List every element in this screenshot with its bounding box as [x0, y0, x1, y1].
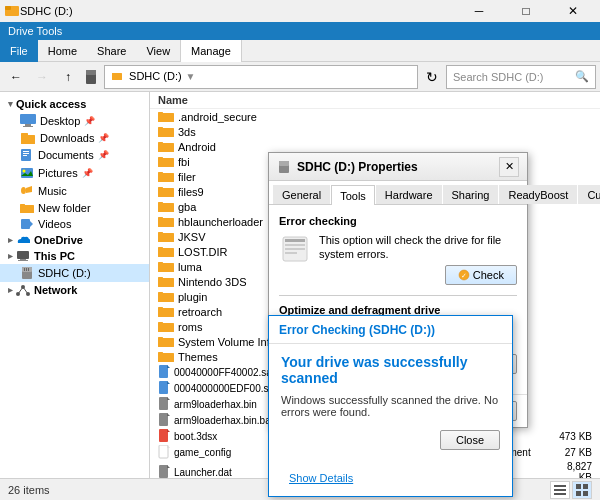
large-icons-icon: [576, 484, 588, 496]
sidebar-item-documents[interactable]: Documents 📌: [0, 146, 149, 164]
svg-rect-44: [158, 173, 174, 182]
folder-icon: [158, 290, 174, 303]
sidebar-item-desktop[interactable]: Desktop 📌: [0, 112, 149, 129]
sidebar-item-music[interactable]: Music: [0, 182, 149, 200]
details-view-button[interactable]: [550, 481, 570, 499]
sidebar-onedrive[interactable]: ▸ OneDrive: [0, 232, 149, 248]
svg-rect-48: [158, 203, 174, 212]
file-name: boot.3dsx: [174, 431, 217, 442]
file-name: 00040000FF40002.sav: [174, 367, 277, 378]
address-arrow: ▼: [186, 71, 196, 82]
folder-icon: [158, 260, 174, 273]
sidebar-item-videos[interactable]: Videos: [0, 216, 149, 232]
file-name: roms: [178, 321, 202, 333]
tab-readyboost[interactable]: ReadyBoost: [499, 185, 577, 204]
folder-icon: [158, 215, 174, 228]
error-dialog-btn-row: Close: [281, 430, 500, 450]
file-name: retroarch: [178, 306, 222, 318]
svg-rect-75: [159, 413, 168, 426]
close-button[interactable]: ✕: [550, 0, 596, 22]
tab-home[interactable]: Home: [38, 40, 87, 62]
svg-rect-38: [158, 128, 174, 137]
folder-icon: [158, 335, 174, 348]
details-view-icon: [554, 484, 566, 496]
folder-icon: [158, 305, 174, 318]
folder-icon: [158, 110, 174, 123]
file-icon: [158, 381, 171, 395]
downloads-pin-icon: 📌: [98, 133, 109, 143]
search-box[interactable]: Search SDHC (D:) 🔍: [446, 65, 596, 89]
sidebar-item-newfolder[interactable]: New folder: [0, 200, 149, 216]
svg-rect-66: [158, 338, 174, 347]
error-check-dialog: Error Checking (SDHC (D:)) Your drive wa…: [268, 315, 513, 497]
file-name: hblauncherloader: [178, 216, 263, 228]
forward-button[interactable]: →: [30, 65, 54, 89]
maximize-button[interactable]: □: [503, 0, 549, 22]
address-input[interactable]: SDHC (D:) ▼: [104, 65, 418, 89]
svg-rect-17: [21, 187, 26, 194]
svg-rect-64: [158, 323, 174, 332]
back-button[interactable]: ←: [4, 65, 28, 89]
tab-general[interactable]: General: [273, 185, 330, 204]
check-button[interactable]: ✓ Check: [445, 265, 517, 285]
show-details-link[interactable]: Show Details: [279, 464, 502, 488]
svg-marker-80: [167, 445, 170, 448]
tab-share[interactable]: Share: [87, 40, 136, 62]
file-name: plugin: [178, 291, 207, 303]
svg-marker-72: [167, 381, 170, 384]
sidebar-item-downloads[interactable]: Downloads 📌: [0, 129, 149, 146]
svg-marker-76: [167, 413, 170, 416]
file-icon: [158, 429, 171, 443]
large-icons-button[interactable]: [572, 481, 592, 499]
tab-manage[interactable]: Manage: [180, 40, 242, 62]
svg-rect-46: [158, 188, 174, 197]
svg-rect-93: [285, 252, 297, 254]
sidebar-item-pictures[interactable]: Pictures 📌: [0, 164, 149, 182]
file-size: 8,827 KB: [552, 461, 592, 478]
svg-rect-68: [158, 353, 174, 362]
sidebar-item-sdhc[interactable]: SDHC (D:): [0, 264, 149, 282]
properties-close-button[interactable]: ✕: [499, 157, 519, 177]
tab-sharing[interactable]: Sharing: [443, 185, 499, 204]
file-item[interactable]: 3ds: [150, 124, 600, 139]
error-dialog-title: Error Checking (SDHC (D:)): [279, 323, 435, 337]
svg-rect-102: [583, 484, 588, 489]
error-checking-desc: This option will check the drive for fil…: [319, 233, 517, 285]
refresh-button[interactable]: ↻: [420, 65, 444, 89]
tab-hardware[interactable]: Hardware: [376, 185, 442, 204]
minimize-button[interactable]: ─: [456, 0, 502, 22]
file-name: arm9loaderhax.bin: [174, 399, 257, 410]
tab-file[interactable]: File: [0, 40, 38, 62]
sidebar-this-pc[interactable]: ▸ This PC: [0, 248, 149, 264]
error-dialog-close-button[interactable]: Close: [440, 430, 500, 450]
tab-tools[interactable]: Tools: [331, 185, 375, 205]
tab-customize[interactable]: Customize: [578, 185, 600, 204]
title-bar: SDHC (D:) ─ □ ✕: [0, 0, 600, 22]
main-area: ▾ Quick access Desktop 📌 Downloads 📌 Doc…: [0, 92, 600, 478]
sidebar-quick-access[interactable]: ▾ Quick access: [0, 96, 149, 112]
drive-tools-label: Drive Tools: [8, 25, 62, 37]
svg-rect-7: [25, 124, 31, 126]
network-label: Network: [34, 284, 77, 296]
svg-rect-58: [158, 278, 174, 287]
up-button[interactable]: ↑: [56, 65, 80, 89]
newfolder-icon: [20, 202, 34, 214]
folder-icon: [158, 245, 174, 258]
file-name: arm9loaderhax.bin.bak: [174, 415, 276, 426]
file-item[interactable]: .android_secure: [150, 109, 600, 124]
svg-rect-1: [5, 6, 11, 10]
folder-icon: [158, 320, 174, 333]
folder-icon: [158, 155, 174, 168]
file-name: Android: [178, 141, 216, 153]
sidebar: ▾ Quick access Desktop 📌 Downloads 📌 Doc…: [0, 92, 150, 478]
file-name: files9: [178, 186, 204, 198]
properties-title-icon: [277, 159, 291, 174]
svg-rect-103: [576, 491, 581, 496]
file-name: gba: [178, 201, 196, 213]
tab-view[interactable]: View: [136, 40, 180, 62]
pictures-pin-icon: 📌: [82, 168, 93, 178]
svg-rect-10: [21, 135, 35, 144]
error-checking-text: This option will check the drive for fil…: [319, 234, 501, 260]
sdhc-label: SDHC (D:): [38, 267, 91, 279]
sidebar-network[interactable]: ▸ Network: [0, 282, 149, 298]
